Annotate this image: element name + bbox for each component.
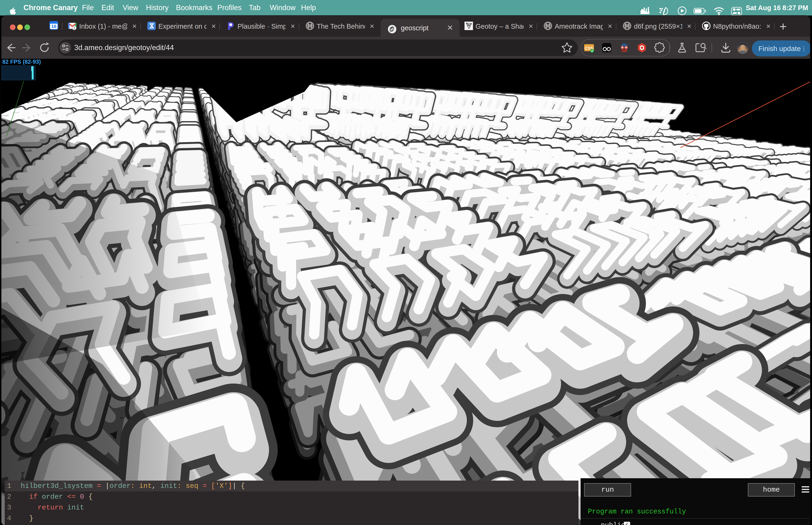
- svg-text:16: 16: [51, 24, 56, 29]
- svg-text:1: 1: [73, 26, 75, 30]
